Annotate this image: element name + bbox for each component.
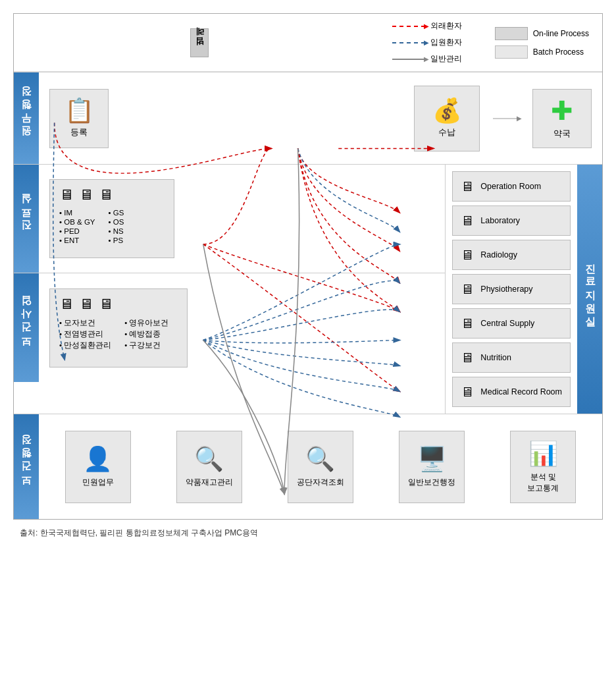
medicine-label: 약품재고관리 <box>186 477 233 488</box>
general-admin-module: 🖥️ 일반보건행정 <box>399 431 465 503</box>
legend-general-label: 일반관리 <box>430 53 462 65</box>
bogeonsa-row: 보건사업 🖥 🖥 🖥 • 모자보건 • 전염병관리 <box>14 273 445 382</box>
clinic-col-2: • GS • OS • NS • PS <box>109 209 124 244</box>
bogeonsa-computer-3: 🖥 <box>99 296 113 313</box>
health-check-icon: 🔍 <box>305 445 335 473</box>
legend-outpatient: ▶ 외래환자 <box>392 20 462 32</box>
bogeonhaeng-row: 보건행정 👤 민원업무 🔍 약품재고관리 🔍 공단자격조회 🖥️ 일반보건행정 <box>14 414 602 519</box>
wonmu-row: 원무행정 📋 등록 💰 수납 ▶ <box>14 72 602 164</box>
analysis-icon: 📊 <box>528 440 558 468</box>
central-supply-icon: 🖥 <box>461 316 474 331</box>
computer-icon-1: 🖥 <box>59 186 74 204</box>
legend-lines: ▶ 외래환자 ▶ 입원환자 ▶ 일반관리 <box>392 20 462 65</box>
bogeonsa-computer-1: 🖥 <box>59 296 74 313</box>
nutrition-label: Nutrition <box>480 353 511 362</box>
nutrition-room: 🖥 Nutrition <box>452 342 571 373</box>
legend-area: 범례 ▶ 외래환자 ▶ 입원환자 ▶ <box>14 14 602 72</box>
clinic-item-os: • OS <box>109 218 124 226</box>
analysis-module: 📊 분석 및보고통계 <box>510 431 576 503</box>
register-module: 📋 등록 <box>49 89 109 148</box>
bogeonsa-label: 보건사업 <box>14 273 39 382</box>
online-box <box>495 27 528 40</box>
register-label: 등록 <box>70 126 88 138</box>
radiology-icon: 🖥 <box>461 248 474 263</box>
legend-inpatient-label: 입원환자 <box>430 37 462 48</box>
support-rooms: 🖥 Operation Room 🖥 Laboratory 🖥 Radiolog… <box>446 165 577 414</box>
health-check-label: 공단자격조회 <box>297 477 344 488</box>
online-label: On-line Process <box>533 29 589 38</box>
minwon-module: 👤 민원업무 <box>65 431 131 503</box>
bogeonsa-col-1: • 모자보건 • 전염병관리 • 만성질환관리 <box>59 318 111 350</box>
central-supply-room: 🖥 Central Supply <box>452 308 571 339</box>
support-column: 🖥 Operation Room 🖥 Laboratory 🖥 Radiolog… <box>445 165 602 414</box>
pharmacy-icon: ✚ <box>551 97 573 124</box>
legend-general: ▶ 일반관리 <box>392 53 462 65</box>
bogeonsa-item-2: • 전염병관리 <box>59 329 111 339</box>
bogeonsa-computer-2: 🖥 <box>79 296 93 313</box>
main-diagram: 범례 ▶ 외래환자 ▶ 입원환자 ▶ <box>13 13 603 520</box>
physiotherapy-room: 🖥 Physiotherapy <box>452 274 571 304</box>
medical-record-room: 🖥 Medical Record Room <box>452 377 571 407</box>
payment-module: 💰 수납 <box>414 86 480 151</box>
bogeonsa-item-5: • 예방접종 <box>124 329 168 339</box>
laboratory-room: 🖥 Laboratory <box>452 205 571 236</box>
bogeonhaeng-label: 보건행정 <box>14 414 39 519</box>
central-supply-label: Central Supply <box>480 319 534 328</box>
batch-box <box>495 45 528 59</box>
support-label: 진료지원실 <box>577 165 602 414</box>
medical-record-label: Medical Record Room <box>480 387 562 396</box>
operation-room: 🖥 Operation Room <box>452 171 571 202</box>
pharmacy-label: 약국 <box>553 128 571 140</box>
batch-label: Batch Process <box>533 47 584 57</box>
laboratory-label: Laboratory <box>480 216 520 225</box>
caption: 출처: 한국국제협력단, 필리핀 통합의료정보체계 구축사업 PMC용역 <box>13 525 603 541</box>
left-column: 진료실 🖥 🖥 🖥 • IM • OB & GY <box>14 165 445 414</box>
wonmu-content: 📋 등록 💰 수납 ▶ ✚ <box>39 72 602 164</box>
clinic-item-obgy: • OB & GY <box>59 218 95 226</box>
medicine-module: 🔍 약품재고관리 <box>176 431 242 503</box>
computer-icon-2: 🖥 <box>79 186 93 204</box>
jinryo-row: 진료실 🖥 🖥 🖥 • IM • OB & GY <box>14 165 445 273</box>
clinic-item-ns: • NS <box>109 227 124 235</box>
legend-batch: Batch Process <box>495 45 589 59</box>
minwon-icon: 👤 <box>83 445 113 473</box>
analysis-label: 분석 및보고통계 <box>527 472 559 494</box>
bogeonsa-item-3: • 만성질환관리 <box>59 340 111 350</box>
medicine-icon: 🔍 <box>194 445 224 473</box>
bogeonsa-col-2: • 영유아보건 • 예방접종 • 구강보건 <box>124 318 168 350</box>
operation-icon: 🖥 <box>461 179 474 194</box>
clinic-item-ent: • ENT <box>59 236 95 244</box>
bogeonsa-list: • 모자보건 • 전염병관리 • 만성질환관리 • 영유아보건 • 예방접종 •… <box>59 318 178 350</box>
legend-process: On-line Process Batch Process <box>495 27 589 59</box>
legend-outpatient-label: 외래환자 <box>430 20 462 32</box>
minwon-label: 민원업무 <box>82 477 114 488</box>
register-icon: 📋 <box>64 99 94 123</box>
general-admin-icon: 🖥️ <box>417 445 447 473</box>
bogeonsa-item-1: • 모자보건 <box>59 318 111 328</box>
clinic-box: 🖥 🖥 🖥 • IM • OB & GY • PED • ENT <box>49 179 174 258</box>
bogeonsa-content: 🖥 🖥 🖥 • 모자보건 • 전염병관리 • 만성질환관리 <box>39 273 445 382</box>
operation-label: Operation Room <box>480 182 541 191</box>
clinic-list: • IM • OB & GY • PED • ENT • GS • OS • N… <box>59 209 165 244</box>
bogeonhaeng-content: 👤 민원업무 🔍 약품재고관리 🔍 공단자격조회 🖥️ 일반보건행정 📊 <box>39 414 602 519</box>
physiotherapy-label: Physiotherapy <box>480 285 532 294</box>
bogeonsa-item-4: • 영유아보건 <box>124 318 168 328</box>
middle-section: 진료실 🖥 🖥 🖥 • IM • OB & GY <box>14 164 602 414</box>
clinic-item-ps: • PS <box>109 236 124 244</box>
clinic-item-ped: • PED <box>59 227 95 235</box>
medical-record-icon: 🖥 <box>461 385 474 400</box>
legend-online: On-line Process <box>495 27 589 40</box>
bogeonsa-icons: 🖥 🖥 🖥 <box>59 296 178 313</box>
content-area: 원무행정 📋 등록 💰 수납 ▶ <box>14 72 602 519</box>
general-admin-label: 일반보건행정 <box>408 477 455 488</box>
payment-label: 수납 <box>438 126 455 138</box>
clinic-icons: 🖥 🖥 🖥 <box>59 186 165 204</box>
clinic-item-gs: • GS <box>109 209 124 217</box>
clinic-item-im: • IM <box>59 209 95 217</box>
nutrition-icon: 🖥 <box>461 350 474 366</box>
health-check-module: 🔍 공단자격조회 <box>288 431 353 503</box>
bogeonsa-box: 🖥 🖥 🖥 • 모자보건 • 전염병관리 • 만성질환관리 <box>49 288 188 368</box>
radiology-label: Radiology <box>480 250 517 259</box>
jinryo-label: 진료실 <box>14 165 39 273</box>
wonmu-label: 원무행정 <box>14 72 39 164</box>
